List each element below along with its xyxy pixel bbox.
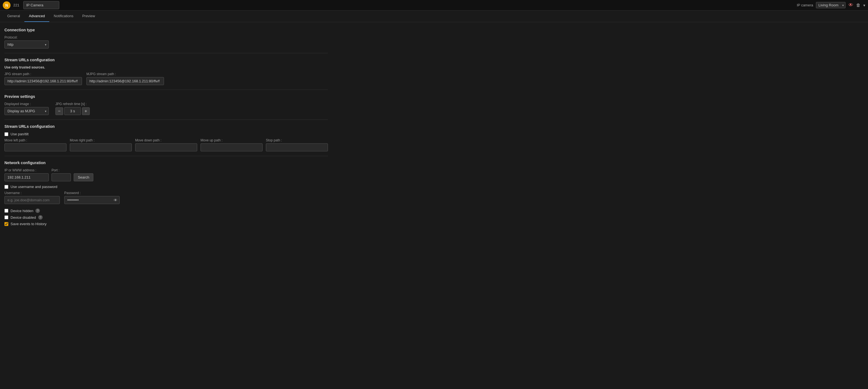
tab-preview[interactable]: Preview bbox=[78, 10, 99, 22]
preview-settings-section: Preview settings Displayed image : Displ… bbox=[4, 94, 328, 115]
displayed-image-col: Displayed image : Display as MJPG Displa… bbox=[4, 102, 49, 115]
delete-icon[interactable]: 🗑 bbox=[856, 3, 861, 8]
device-hidden-checkbox[interactable] bbox=[4, 209, 8, 213]
stream-paths-row: JPG stream path : MJPG stream path : bbox=[4, 72, 328, 85]
move-up-label: Move up path : bbox=[200, 138, 262, 142]
app-logo: N bbox=[3, 1, 10, 9]
network-title: Network configuration bbox=[4, 161, 328, 165]
password-label: Password : bbox=[64, 191, 120, 195]
jpg-stream-col: JPG stream path : bbox=[4, 72, 82, 85]
password-input[interactable] bbox=[64, 196, 120, 204]
jpg-refresh-col: JPG refresh time [s] : − + bbox=[55, 102, 90, 115]
port-col: Port : bbox=[52, 168, 71, 181]
tab-general[interactable]: General bbox=[3, 10, 24, 22]
divider-1 bbox=[4, 53, 328, 53]
device-hidden-help-icon[interactable]: ? bbox=[35, 209, 40, 213]
credentials-row: Username : Password : 👁 bbox=[4, 191, 328, 204]
stop-label: Stop path : bbox=[266, 138, 328, 142]
preview-eye-icon[interactable]: 👁 bbox=[848, 2, 853, 8]
stream-urls-warning: Use only trusted sources. bbox=[4, 65, 328, 69]
mjpg-stream-col: MJPG stream path : bbox=[86, 72, 164, 85]
use-pan-tilt-checkbox[interactable] bbox=[4, 132, 8, 136]
tab-notifications[interactable]: Notifications bbox=[49, 10, 78, 22]
move-down-label: Move down path : bbox=[135, 138, 197, 142]
username-label: Username : bbox=[4, 191, 60, 195]
connection-type-section: Connection type Protocol: http https rts… bbox=[4, 28, 328, 49]
room-select[interactable]: Living Room Kitchen Bedroom Garage bbox=[816, 2, 845, 8]
divider-3 bbox=[4, 119, 328, 120]
move-right-input[interactable] bbox=[70, 143, 132, 151]
device-hidden-label[interactable]: Device hidden bbox=[10, 209, 33, 213]
device-disabled-label[interactable]: Device disabled bbox=[10, 216, 36, 220]
preview-settings-title: Preview settings bbox=[4, 94, 328, 99]
device-disabled-row: Device disabled ? bbox=[4, 215, 328, 220]
mjpg-stream-input[interactable] bbox=[86, 77, 164, 85]
protocol-field-group: Protocol: http https rtsp bbox=[4, 35, 328, 49]
protocol-select-wrapper: http https rtsp bbox=[4, 40, 49, 49]
password-toggle-eye-icon[interactable]: 👁 bbox=[114, 198, 118, 202]
save-events-label[interactable]: Save events to History bbox=[10, 222, 46, 226]
room-selector-wrapper: Living Room Kitchen Bedroom Garage bbox=[816, 2, 845, 8]
device-disabled-help-icon[interactable]: ? bbox=[38, 215, 43, 220]
device-disabled-checkbox[interactable] bbox=[4, 216, 8, 219]
mjpg-stream-label: MJPG stream path : bbox=[86, 72, 164, 76]
protocol-label: Protocol: bbox=[4, 35, 328, 39]
use-credentials-label[interactable]: Use username and password bbox=[10, 185, 57, 189]
ip-label: IP or WWW address : bbox=[4, 168, 49, 172]
jpg-refresh-stepper: − + bbox=[55, 107, 90, 115]
stop-input[interactable] bbox=[266, 143, 328, 151]
move-down-col: Move down path : bbox=[135, 138, 197, 151]
password-wrapper: 👁 bbox=[64, 196, 120, 204]
move-left-input[interactable] bbox=[4, 143, 66, 151]
move-up-col: Move up path : bbox=[200, 138, 262, 151]
jpg-refresh-input[interactable] bbox=[64, 107, 81, 115]
device-type-label: IP camera bbox=[797, 3, 813, 7]
ip-input[interactable] bbox=[4, 173, 49, 181]
use-pan-tilt-row: Use pan/tilt bbox=[4, 132, 328, 136]
topbar: N 221 IP camera Living Room Kitchen Bedr… bbox=[0, 0, 868, 10]
network-section: Network configuration IP or WWW address … bbox=[4, 161, 328, 226]
displayed-image-label: Displayed image : bbox=[4, 102, 49, 106]
jpg-stream-label: JPG stream path : bbox=[4, 72, 82, 76]
pan-tilt-section: Stream URLs configuration Use pan/tilt M… bbox=[4, 124, 328, 151]
device-number: 221 bbox=[13, 3, 20, 7]
save-events-checkbox[interactable] bbox=[4, 222, 8, 226]
pan-paths-row: Move left path : Move right path : Move … bbox=[4, 138, 328, 151]
network-ip-row: IP or WWW address : Port : Search bbox=[4, 168, 328, 181]
stop-col: Stop path : bbox=[266, 138, 328, 151]
stream-urls-section: Stream URLs configuration Use only trust… bbox=[4, 58, 328, 85]
move-down-input[interactable] bbox=[135, 143, 197, 151]
search-button[interactable]: Search bbox=[74, 173, 93, 181]
save-events-row: Save events to History bbox=[4, 222, 328, 226]
move-left-col: Move left path : bbox=[4, 138, 66, 151]
divider-4 bbox=[4, 156, 328, 156]
move-left-label: Move left path : bbox=[4, 138, 66, 142]
port-label: Port : bbox=[52, 168, 71, 172]
tab-advanced[interactable]: Advanced bbox=[24, 10, 49, 22]
device-name-input[interactable] bbox=[23, 1, 59, 9]
port-input[interactable] bbox=[52, 173, 71, 181]
ip-col: IP or WWW address : bbox=[4, 168, 49, 181]
device-hidden-row: Device hidden ? bbox=[4, 209, 328, 213]
tab-bar: General Advanced Notifications Preview bbox=[0, 10, 868, 22]
jpg-refresh-label: JPG refresh time [s] : bbox=[55, 102, 90, 106]
preview-settings-row: Displayed image : Display as MJPG Displa… bbox=[4, 102, 328, 115]
displayed-image-select[interactable]: Display as MJPG Display as JPG RTSP stre… bbox=[4, 107, 49, 115]
divider-2 bbox=[4, 89, 328, 90]
stream-urls-title: Stream URLs configuration bbox=[4, 58, 328, 62]
logo-text: N bbox=[5, 3, 8, 7]
move-right-label: Move right path : bbox=[70, 138, 132, 142]
expand-chevron-icon[interactable]: ▾ bbox=[863, 3, 865, 7]
move-right-col: Move right path : bbox=[70, 138, 132, 151]
username-col: Username : bbox=[4, 191, 60, 204]
increment-button[interactable]: + bbox=[82, 107, 90, 115]
decrement-button[interactable]: − bbox=[55, 107, 63, 115]
protocol-select[interactable]: http https rtsp bbox=[4, 40, 49, 49]
displayed-image-select-wrapper: Display as MJPG Display as JPG RTSP stre… bbox=[4, 107, 49, 115]
connection-type-title: Connection type bbox=[4, 28, 328, 32]
move-up-input[interactable] bbox=[200, 143, 262, 151]
username-input[interactable] bbox=[4, 196, 60, 204]
jpg-stream-input[interactable] bbox=[4, 77, 82, 85]
use-credentials-checkbox[interactable] bbox=[4, 185, 8, 189]
use-pan-tilt-label[interactable]: Use pan/tilt bbox=[10, 132, 29, 136]
